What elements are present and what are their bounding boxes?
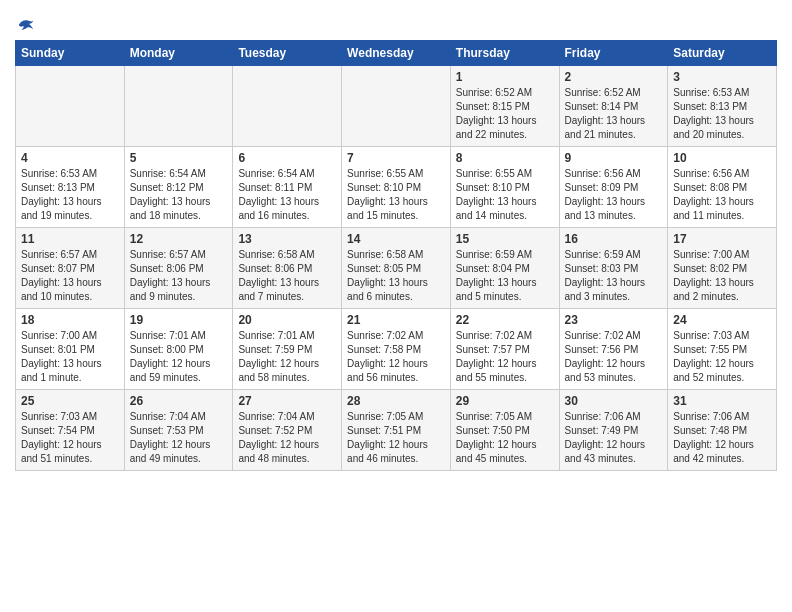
day-info: Sunrise: 6:59 AM Sunset: 8:04 PM Dayligh… <box>456 248 554 304</box>
day-info: Sunrise: 6:56 AM Sunset: 8:09 PM Dayligh… <box>565 167 663 223</box>
calendar-cell: 30Sunrise: 7:06 AM Sunset: 7:49 PM Dayli… <box>559 390 668 471</box>
calendar-cell: 9Sunrise: 6:56 AM Sunset: 8:09 PM Daylig… <box>559 147 668 228</box>
day-info: Sunrise: 6:58 AM Sunset: 8:06 PM Dayligh… <box>238 248 336 304</box>
day-number: 2 <box>565 70 663 84</box>
calendar-cell: 23Sunrise: 7:02 AM Sunset: 7:56 PM Dayli… <box>559 309 668 390</box>
day-info: Sunrise: 6:53 AM Sunset: 8:13 PM Dayligh… <box>21 167 119 223</box>
calendar-cell: 15Sunrise: 6:59 AM Sunset: 8:04 PM Dayli… <box>450 228 559 309</box>
day-info: Sunrise: 7:00 AM Sunset: 8:02 PM Dayligh… <box>673 248 771 304</box>
day-info: Sunrise: 6:55 AM Sunset: 8:10 PM Dayligh… <box>456 167 554 223</box>
day-info: Sunrise: 7:03 AM Sunset: 7:54 PM Dayligh… <box>21 410 119 466</box>
day-number: 19 <box>130 313 228 327</box>
day-number: 21 <box>347 313 445 327</box>
week-row-4: 18Sunrise: 7:00 AM Sunset: 8:01 PM Dayli… <box>16 309 777 390</box>
calendar-cell: 12Sunrise: 6:57 AM Sunset: 8:06 PM Dayli… <box>124 228 233 309</box>
calendar-cell: 26Sunrise: 7:04 AM Sunset: 7:53 PM Dayli… <box>124 390 233 471</box>
weekday-header-row: SundayMondayTuesdayWednesdayThursdayFrid… <box>16 41 777 66</box>
calendar-cell <box>124 66 233 147</box>
calendar-cell: 11Sunrise: 6:57 AM Sunset: 8:07 PM Dayli… <box>16 228 125 309</box>
day-info: Sunrise: 6:55 AM Sunset: 8:10 PM Dayligh… <box>347 167 445 223</box>
day-number: 16 <box>565 232 663 246</box>
day-number: 24 <box>673 313 771 327</box>
day-info: Sunrise: 6:54 AM Sunset: 8:12 PM Dayligh… <box>130 167 228 223</box>
calendar-cell: 21Sunrise: 7:02 AM Sunset: 7:58 PM Dayli… <box>342 309 451 390</box>
day-info: Sunrise: 7:06 AM Sunset: 7:48 PM Dayligh… <box>673 410 771 466</box>
calendar-cell <box>16 66 125 147</box>
day-number: 18 <box>21 313 119 327</box>
calendar-cell: 27Sunrise: 7:04 AM Sunset: 7:52 PM Dayli… <box>233 390 342 471</box>
calendar-cell: 7Sunrise: 6:55 AM Sunset: 8:10 PM Daylig… <box>342 147 451 228</box>
day-number: 5 <box>130 151 228 165</box>
day-number: 8 <box>456 151 554 165</box>
day-info: Sunrise: 6:53 AM Sunset: 8:13 PM Dayligh… <box>673 86 771 142</box>
calendar-cell: 5Sunrise: 6:54 AM Sunset: 8:12 PM Daylig… <box>124 147 233 228</box>
day-number: 22 <box>456 313 554 327</box>
day-info: Sunrise: 7:01 AM Sunset: 7:59 PM Dayligh… <box>238 329 336 385</box>
day-number: 9 <box>565 151 663 165</box>
calendar-cell: 1Sunrise: 6:52 AM Sunset: 8:15 PM Daylig… <box>450 66 559 147</box>
calendar-cell: 22Sunrise: 7:02 AM Sunset: 7:57 PM Dayli… <box>450 309 559 390</box>
logo <box>15 18 35 32</box>
day-info: Sunrise: 6:59 AM Sunset: 8:03 PM Dayligh… <box>565 248 663 304</box>
calendar-cell: 8Sunrise: 6:55 AM Sunset: 8:10 PM Daylig… <box>450 147 559 228</box>
calendar-cell <box>233 66 342 147</box>
day-info: Sunrise: 6:57 AM Sunset: 8:07 PM Dayligh… <box>21 248 119 304</box>
day-number: 13 <box>238 232 336 246</box>
calendar-cell <box>342 66 451 147</box>
weekday-header-tuesday: Tuesday <box>233 41 342 66</box>
day-number: 28 <box>347 394 445 408</box>
weekday-header-monday: Monday <box>124 41 233 66</box>
calendar-cell: 28Sunrise: 7:05 AM Sunset: 7:51 PM Dayli… <box>342 390 451 471</box>
day-number: 25 <box>21 394 119 408</box>
weekday-header-wednesday: Wednesday <box>342 41 451 66</box>
day-number: 12 <box>130 232 228 246</box>
calendar-cell: 20Sunrise: 7:01 AM Sunset: 7:59 PM Dayli… <box>233 309 342 390</box>
week-row-3: 11Sunrise: 6:57 AM Sunset: 8:07 PM Dayli… <box>16 228 777 309</box>
calendar-cell: 24Sunrise: 7:03 AM Sunset: 7:55 PM Dayli… <box>668 309 777 390</box>
day-info: Sunrise: 6:57 AM Sunset: 8:06 PM Dayligh… <box>130 248 228 304</box>
calendar-cell: 13Sunrise: 6:58 AM Sunset: 8:06 PM Dayli… <box>233 228 342 309</box>
day-number: 30 <box>565 394 663 408</box>
day-number: 20 <box>238 313 336 327</box>
day-info: Sunrise: 6:52 AM Sunset: 8:14 PM Dayligh… <box>565 86 663 142</box>
day-number: 27 <box>238 394 336 408</box>
day-info: Sunrise: 7:05 AM Sunset: 7:51 PM Dayligh… <box>347 410 445 466</box>
week-row-2: 4Sunrise: 6:53 AM Sunset: 8:13 PM Daylig… <box>16 147 777 228</box>
day-info: Sunrise: 7:02 AM Sunset: 7:56 PM Dayligh… <box>565 329 663 385</box>
calendar-cell: 19Sunrise: 7:01 AM Sunset: 8:00 PM Dayli… <box>124 309 233 390</box>
weekday-header-sunday: Sunday <box>16 41 125 66</box>
header <box>15 10 777 32</box>
day-number: 6 <box>238 151 336 165</box>
calendar-cell: 25Sunrise: 7:03 AM Sunset: 7:54 PM Dayli… <box>16 390 125 471</box>
weekday-header-friday: Friday <box>559 41 668 66</box>
weekday-header-thursday: Thursday <box>450 41 559 66</box>
weekday-header-saturday: Saturday <box>668 41 777 66</box>
calendar-cell: 4Sunrise: 6:53 AM Sunset: 8:13 PM Daylig… <box>16 147 125 228</box>
day-info: Sunrise: 7:00 AM Sunset: 8:01 PM Dayligh… <box>21 329 119 385</box>
day-number: 23 <box>565 313 663 327</box>
day-number: 17 <box>673 232 771 246</box>
day-number: 15 <box>456 232 554 246</box>
day-info: Sunrise: 7:03 AM Sunset: 7:55 PM Dayligh… <box>673 329 771 385</box>
day-info: Sunrise: 7:06 AM Sunset: 7:49 PM Dayligh… <box>565 410 663 466</box>
week-row-5: 25Sunrise: 7:03 AM Sunset: 7:54 PM Dayli… <box>16 390 777 471</box>
day-number: 3 <box>673 70 771 84</box>
day-info: Sunrise: 7:04 AM Sunset: 7:53 PM Dayligh… <box>130 410 228 466</box>
day-info: Sunrise: 7:02 AM Sunset: 7:58 PM Dayligh… <box>347 329 445 385</box>
day-number: 14 <box>347 232 445 246</box>
day-number: 4 <box>21 151 119 165</box>
day-info: Sunrise: 6:56 AM Sunset: 8:08 PM Dayligh… <box>673 167 771 223</box>
calendar-cell: 16Sunrise: 6:59 AM Sunset: 8:03 PM Dayli… <box>559 228 668 309</box>
day-info: Sunrise: 6:54 AM Sunset: 8:11 PM Dayligh… <box>238 167 336 223</box>
calendar-cell: 10Sunrise: 6:56 AM Sunset: 8:08 PM Dayli… <box>668 147 777 228</box>
day-info: Sunrise: 7:05 AM Sunset: 7:50 PM Dayligh… <box>456 410 554 466</box>
calendar: SundayMondayTuesdayWednesdayThursdayFrid… <box>15 40 777 471</box>
calendar-cell: 6Sunrise: 6:54 AM Sunset: 8:11 PM Daylig… <box>233 147 342 228</box>
day-number: 1 <box>456 70 554 84</box>
day-number: 7 <box>347 151 445 165</box>
day-info: Sunrise: 7:01 AM Sunset: 8:00 PM Dayligh… <box>130 329 228 385</box>
day-number: 29 <box>456 394 554 408</box>
calendar-cell: 17Sunrise: 7:00 AM Sunset: 8:02 PM Dayli… <box>668 228 777 309</box>
day-number: 11 <box>21 232 119 246</box>
day-info: Sunrise: 6:52 AM Sunset: 8:15 PM Dayligh… <box>456 86 554 142</box>
